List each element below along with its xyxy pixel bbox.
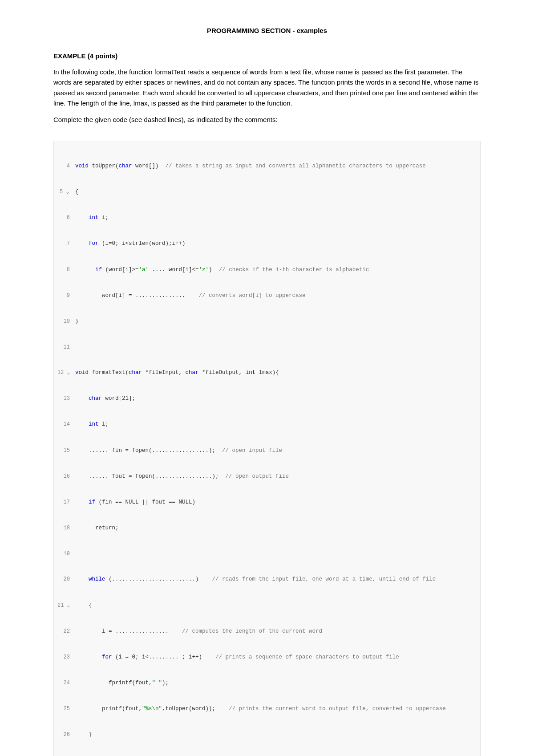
code-block-1: 4 void toUpper(char word[]) // takes a s… <box>53 141 481 756</box>
page-title: PROGRAMMING SECTION - examples <box>53 27 481 34</box>
example1-instruction: Complete the given code (see dashed line… <box>53 114 481 125</box>
example1-description: In the following code, the function form… <box>53 67 481 108</box>
example1-heading: EXAMPLE (4 points) <box>53 52 481 60</box>
